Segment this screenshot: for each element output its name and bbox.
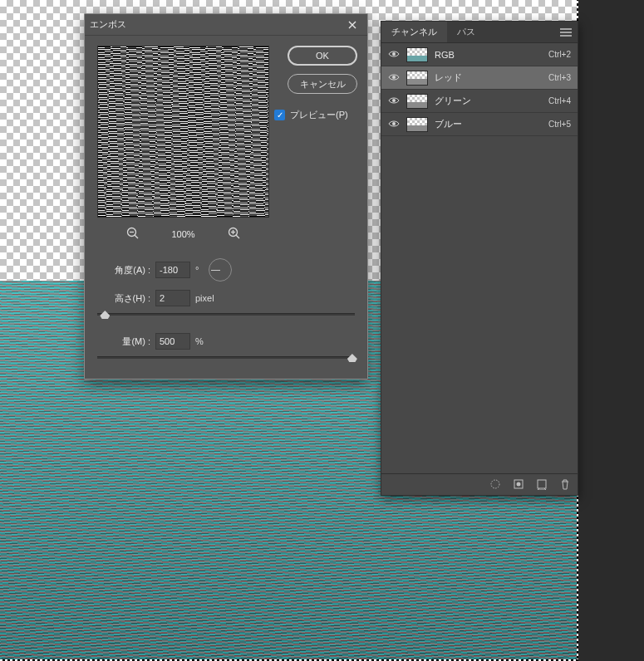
cancel-button[interactable]: キャンセル [288,74,357,94]
svg-rect-14 [538,480,546,488]
channel-name: レッド [435,71,542,84]
new-channel-icon[interactable] [536,478,548,492]
channel-thumb [406,117,428,132]
preview-label: プレビュー(P) [290,109,348,121]
amount-unit: % [195,336,204,346]
channel-list: RGB Ctrl+2 レッド Ctrl+3 グリーン Ctrl+4 ブルー [381,43,578,473]
tab-paths-label: パス [457,26,475,38]
svg-line-4 [236,235,239,238]
channel-thumb [406,47,428,62]
svg-line-1 [135,235,138,238]
save-selection-icon[interactable] [513,478,524,492]
channel-green[interactable]: グリーン Ctrl+4 [381,90,578,113]
svg-point-8 [392,76,396,79]
dialog-title: エンボス [90,18,126,31]
tab-channels[interactable]: チャンネル [381,22,447,42]
channels-panel: チャンネル パス RGB Ctrl+2 レッド Ctrl+3 [381,21,578,496]
panel-footer [381,473,578,495]
svg-point-13 [517,482,521,486]
load-selection-icon[interactable] [489,478,501,492]
zoom-percent: 100% [163,229,204,239]
channel-red[interactable]: レッド Ctrl+3 [381,66,578,90]
dialog-titlebar[interactable]: エンボス [85,14,367,36]
cancel-label: キャンセル [300,78,346,91]
ok-label: OK [316,51,329,61]
tab-channels-label: チャンネル [391,26,437,38]
angle-unit: ° [195,265,199,275]
channel-name: グリーン [435,95,542,107]
channel-thumb [406,94,428,109]
tab-paths[interactable]: パス [447,22,485,42]
preview-checkbox[interactable]: ✓ [274,110,285,120]
app-gutter [578,0,644,661]
channel-name: ブルー [435,118,542,130]
channel-shortcut: Ctrl+2 [548,50,571,59]
visibility-icon[interactable] [388,96,400,106]
emboss-dialog: エンボス 100% OK キャンセル ✓ プレビュー(P) 角度(A) : [84,13,368,379]
svg-point-9 [392,99,396,102]
preview-image [97,46,269,218]
height-unit: pixel [195,293,214,303]
angle-dial[interactable] [209,258,232,282]
channel-blue[interactable]: ブルー Ctrl+5 [381,113,578,136]
height-slider[interactable] [97,313,355,316]
channel-shortcut: Ctrl+4 [548,96,571,105]
ok-button[interactable]: OK [288,46,357,66]
zoom-in-icon[interactable] [228,227,241,242]
channel-name: RGB [435,50,542,60]
channel-shortcut: Ctrl+5 [548,120,571,129]
angle-label: 角度(A) : [97,264,150,277]
zoom-out-icon[interactable] [126,227,140,242]
visibility-icon[interactable] [388,50,400,60]
visibility-icon[interactable] [388,120,400,130]
height-label: 高さ(H) : [97,292,150,305]
svg-point-10 [392,122,396,125]
close-button[interactable] [342,17,362,33]
amount-input[interactable] [155,333,190,350]
channel-shortcut: Ctrl+3 [548,73,571,82]
close-icon [348,21,356,29]
hamburger-icon [560,28,572,37]
amount-slider[interactable] [97,356,355,359]
svg-point-11 [491,480,499,488]
height-input[interactable] [155,290,190,306]
angle-input[interactable] [155,262,190,278]
preview-checkbox-row[interactable]: ✓ プレビュー(P) [274,109,357,121]
delete-channel-icon[interactable] [559,478,571,492]
channel-thumb [406,71,428,86]
channel-rgb[interactable]: RGB Ctrl+2 [381,43,578,66]
panel-menu-button[interactable] [554,22,578,42]
amount-label: 量(M) : [114,335,150,348]
svg-point-7 [392,52,396,56]
visibility-icon[interactable] [388,73,400,83]
